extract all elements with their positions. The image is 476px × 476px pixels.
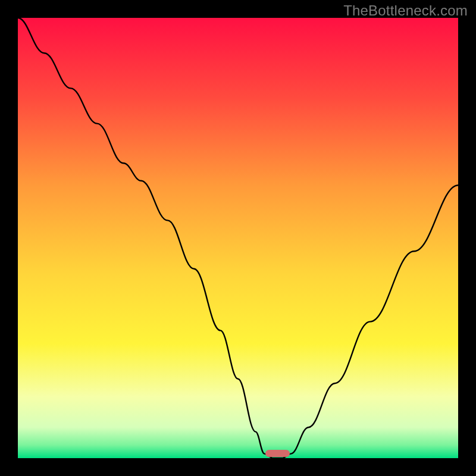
bottleneck-curve-svg [18,18,458,458]
optimal-point-marker [265,450,290,457]
bottleneck-curve-line [18,18,458,458]
chart-frame: TheBottleneck.com [0,0,476,476]
plot-area [18,18,458,458]
watermark-text: TheBottleneck.com [343,2,468,19]
